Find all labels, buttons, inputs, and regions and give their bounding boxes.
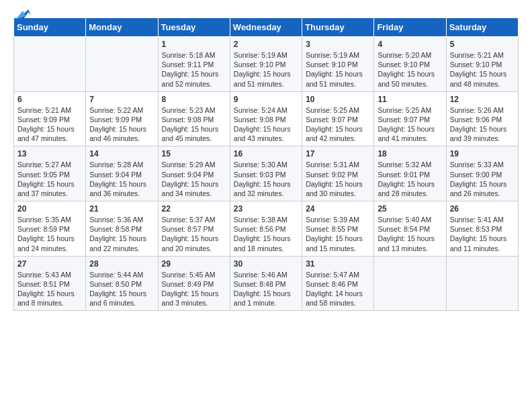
cell-content: Sunrise: 5:43 AMSunset: 8:51 PMDaylight:… bbox=[17, 271, 75, 308]
day-number: 22 bbox=[162, 204, 226, 214]
logo-icon bbox=[16, 7, 31, 21]
cell-content: Sunrise: 5:40 AMSunset: 8:54 PMDaylight:… bbox=[378, 216, 435, 253]
day-number: 20 bbox=[17, 204, 82, 214]
cell-content: Sunrise: 5:32 AMSunset: 9:01 PMDaylight:… bbox=[378, 161, 435, 197]
day-number: 12 bbox=[450, 95, 515, 104]
calendar-body: 1Sunrise: 5:18 AMSunset: 9:11 PMDaylight… bbox=[14, 37, 519, 311]
day-number: 27 bbox=[17, 259, 82, 269]
calendar-cell: 5Sunrise: 5:21 AMSunset: 9:10 PMDaylight… bbox=[446, 37, 518, 92]
day-number: 15 bbox=[162, 149, 226, 158]
cell-content: Sunrise: 5:22 AMSunset: 9:09 PMDaylight:… bbox=[89, 106, 146, 143]
cell-content: Sunrise: 5:18 AMSunset: 9:11 PMDaylight:… bbox=[162, 51, 219, 88]
cell-content: Sunrise: 5:38 AMSunset: 8:56 PMDaylight:… bbox=[234, 216, 291, 253]
calendar-cell: 29Sunrise: 5:45 AMSunset: 8:49 PMDayligh… bbox=[158, 256, 230, 311]
calendar-cell: 24Sunrise: 5:39 AMSunset: 8:55 PMDayligh… bbox=[302, 201, 374, 257]
day-number: 13 bbox=[17, 149, 82, 158]
calendar-cell: 26Sunrise: 5:41 AMSunset: 8:53 PMDayligh… bbox=[446, 201, 518, 257]
cell-content: Sunrise: 5:29 AMSunset: 9:04 PMDaylight:… bbox=[162, 161, 219, 197]
cell-content: Sunrise: 5:28 AMSunset: 9:04 PMDaylight:… bbox=[89, 161, 146, 197]
calendar-cell: 13Sunrise: 5:27 AMSunset: 9:05 PMDayligh… bbox=[14, 146, 86, 201]
calendar-cell: 23Sunrise: 5:38 AMSunset: 8:56 PMDayligh… bbox=[230, 201, 302, 257]
cell-content: Sunrise: 5:37 AMSunset: 8:57 PMDaylight:… bbox=[162, 216, 219, 253]
cell-content: Sunrise: 5:25 AMSunset: 9:07 PMDaylight:… bbox=[306, 106, 363, 143]
calendar-cell: 19Sunrise: 5:33 AMSunset: 9:00 PMDayligh… bbox=[446, 146, 518, 201]
calendar-cell: 22Sunrise: 5:37 AMSunset: 8:57 PMDayligh… bbox=[158, 201, 230, 257]
calendar-cell: 18Sunrise: 5:32 AMSunset: 9:01 PMDayligh… bbox=[374, 146, 446, 201]
day-number: 30 bbox=[234, 259, 298, 269]
cell-content: Sunrise: 5:30 AMSunset: 9:03 PMDaylight:… bbox=[234, 161, 291, 197]
header-row: SundayMondayTuesdayWednesdayThursdayFrid… bbox=[14, 18, 519, 37]
column-header-monday: Monday bbox=[86, 18, 158, 37]
calendar-cell: 1Sunrise: 5:18 AMSunset: 9:11 PMDaylight… bbox=[158, 37, 230, 92]
cell-content: Sunrise: 5:20 AMSunset: 9:10 PMDaylight:… bbox=[378, 51, 435, 88]
cell-content: Sunrise: 5:44 AMSunset: 8:50 PMDaylight:… bbox=[89, 271, 146, 308]
calendar-cell bbox=[374, 256, 446, 311]
cell-content: Sunrise: 5:45 AMSunset: 8:49 PMDaylight:… bbox=[162, 271, 219, 308]
calendar-cell: 10Sunrise: 5:25 AMSunset: 9:07 PMDayligh… bbox=[302, 91, 374, 146]
day-number: 5 bbox=[450, 40, 515, 49]
day-number: 4 bbox=[378, 40, 442, 49]
day-number: 25 bbox=[378, 204, 442, 214]
calendar-cell: 6Sunrise: 5:21 AMSunset: 9:09 PMDaylight… bbox=[14, 91, 86, 146]
day-number: 1 bbox=[162, 40, 226, 49]
day-number: 10 bbox=[306, 95, 370, 104]
calendar-cell: 8Sunrise: 5:23 AMSunset: 9:08 PMDaylight… bbox=[158, 91, 230, 146]
day-number: 19 bbox=[450, 149, 515, 158]
calendar-cell: 9Sunrise: 5:24 AMSunset: 9:08 PMDaylight… bbox=[230, 91, 302, 146]
day-number: 11 bbox=[378, 95, 442, 104]
cell-content: Sunrise: 5:21 AMSunset: 9:09 PMDaylight:… bbox=[17, 106, 75, 143]
calendar-cell: 25Sunrise: 5:40 AMSunset: 8:54 PMDayligh… bbox=[374, 201, 446, 257]
calendar-table: SundayMondayTuesdayWednesdayThursdayFrid… bbox=[13, 17, 519, 311]
cell-content: Sunrise: 5:27 AMSunset: 9:05 PMDaylight:… bbox=[17, 161, 75, 197]
calendar-cell: 28Sunrise: 5:44 AMSunset: 8:50 PMDayligh… bbox=[86, 256, 158, 311]
calendar-cell: 4Sunrise: 5:20 AMSunset: 9:10 PMDaylight… bbox=[374, 37, 446, 92]
day-number: 31 bbox=[306, 259, 370, 269]
cell-content: Sunrise: 5:47 AMSunset: 8:46 PMDaylight:… bbox=[306, 271, 363, 308]
calendar-header: SundayMondayTuesdayWednesdayThursdayFrid… bbox=[14, 18, 519, 37]
calendar-cell: 7Sunrise: 5:22 AMSunset: 9:09 PMDaylight… bbox=[86, 91, 158, 146]
day-number: 29 bbox=[162, 259, 226, 269]
column-header-thursday: Thursday bbox=[302, 18, 374, 37]
cell-content: Sunrise: 5:26 AMSunset: 9:06 PMDaylight:… bbox=[450, 106, 507, 143]
cell-content: Sunrise: 5:25 AMSunset: 9:07 PMDaylight:… bbox=[378, 106, 435, 143]
cell-content: Sunrise: 5:31 AMSunset: 9:02 PMDaylight:… bbox=[306, 161, 363, 197]
calendar-cell: 16Sunrise: 5:30 AMSunset: 9:03 PMDayligh… bbox=[230, 146, 302, 201]
day-number: 3 bbox=[306, 40, 370, 49]
cell-content: Sunrise: 5:19 AMSunset: 9:10 PMDaylight:… bbox=[306, 51, 363, 88]
calendar-cell: 11Sunrise: 5:25 AMSunset: 9:07 PMDayligh… bbox=[374, 91, 446, 146]
week-row-3: 13Sunrise: 5:27 AMSunset: 9:05 PMDayligh… bbox=[14, 146, 519, 201]
day-number: 2 bbox=[234, 40, 298, 49]
column-header-wednesday: Wednesday bbox=[230, 18, 302, 37]
calendar-cell: 2Sunrise: 5:19 AMSunset: 9:10 PMDaylight… bbox=[230, 37, 302, 92]
day-number: 6 bbox=[17, 95, 82, 104]
day-number: 14 bbox=[89, 149, 154, 158]
cell-content: Sunrise: 5:35 AMSunset: 8:59 PMDaylight:… bbox=[17, 216, 75, 253]
cell-content: Sunrise: 5:36 AMSunset: 8:58 PMDaylight:… bbox=[89, 216, 146, 253]
cell-content: Sunrise: 5:23 AMSunset: 9:08 PMDaylight:… bbox=[162, 106, 219, 143]
day-number: 24 bbox=[306, 204, 370, 214]
calendar-cell: 3Sunrise: 5:19 AMSunset: 9:10 PMDaylight… bbox=[302, 37, 374, 92]
calendar-cell: 15Sunrise: 5:29 AMSunset: 9:04 PMDayligh… bbox=[158, 146, 230, 201]
cell-content: Sunrise: 5:41 AMSunset: 8:53 PMDaylight:… bbox=[450, 216, 507, 253]
day-number: 9 bbox=[234, 95, 298, 104]
cell-content: Sunrise: 5:21 AMSunset: 9:10 PMDaylight:… bbox=[450, 51, 507, 88]
calendar-cell: 27Sunrise: 5:43 AMSunset: 8:51 PMDayligh… bbox=[14, 256, 86, 311]
day-number: 21 bbox=[89, 204, 154, 214]
column-header-friday: Friday bbox=[374, 18, 446, 37]
day-number: 17 bbox=[306, 149, 370, 158]
day-number: 8 bbox=[162, 95, 226, 104]
calendar-cell: 30Sunrise: 5:46 AMSunset: 8:48 PMDayligh… bbox=[230, 256, 302, 311]
column-header-tuesday: Tuesday bbox=[158, 18, 230, 37]
week-row-2: 6Sunrise: 5:21 AMSunset: 9:09 PMDaylight… bbox=[14, 91, 519, 146]
calendar-cell: 12Sunrise: 5:26 AMSunset: 9:06 PMDayligh… bbox=[446, 91, 518, 146]
day-number: 26 bbox=[450, 204, 515, 214]
cell-content: Sunrise: 5:46 AMSunset: 8:48 PMDaylight:… bbox=[234, 271, 291, 308]
calendar-cell: 21Sunrise: 5:36 AMSunset: 8:58 PMDayligh… bbox=[86, 201, 158, 257]
column-header-saturday: Saturday bbox=[446, 18, 518, 37]
day-number: 23 bbox=[234, 204, 298, 214]
cell-content: Sunrise: 5:39 AMSunset: 8:55 PMDaylight:… bbox=[306, 216, 363, 253]
week-row-5: 27Sunrise: 5:43 AMSunset: 8:51 PMDayligh… bbox=[14, 256, 519, 311]
day-number: 16 bbox=[234, 149, 298, 158]
week-row-1: 1Sunrise: 5:18 AMSunset: 9:11 PMDaylight… bbox=[14, 37, 519, 92]
cell-content: Sunrise: 5:19 AMSunset: 9:10 PMDaylight:… bbox=[234, 51, 291, 88]
